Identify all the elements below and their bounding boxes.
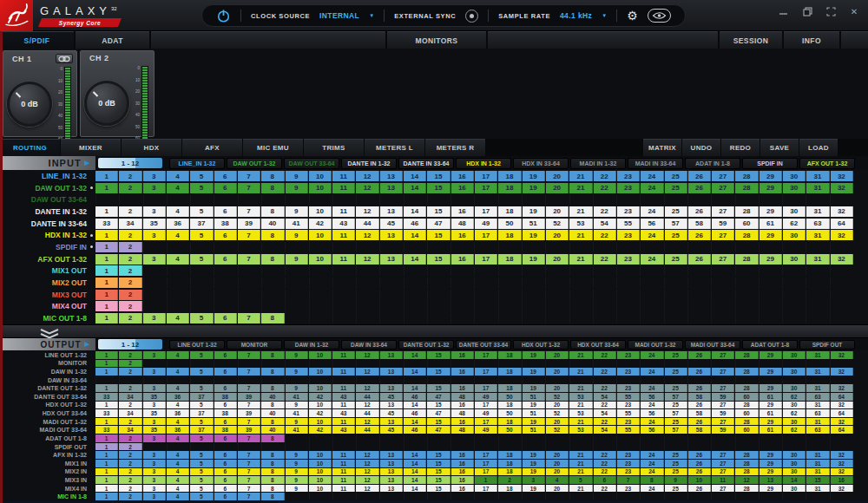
matrix-cell[interactable]: 54	[594, 426, 616, 434]
matrix-cell[interactable]: 47	[427, 426, 450, 434]
matrix-cell[interactable]: 15	[427, 254, 450, 265]
matrix-cell[interactable]: 26	[688, 351, 711, 359]
matrix-cell[interactable]: 52	[546, 219, 569, 229]
matrix-cell[interactable]: 3	[143, 460, 166, 467]
matrix-cell[interactable]: 5	[190, 418, 213, 426]
matrix-cell[interactable]: 29	[760, 183, 782, 193]
matrix-cell[interactable]: 13	[380, 485, 403, 493]
view-tab-routing[interactable]: ROUTING	[0, 139, 60, 156]
matrix-cell[interactable]: 58	[688, 409, 711, 417]
action-tab-undo[interactable]: UNDO	[682, 139, 720, 156]
matrix-cell[interactable]: 25	[665, 468, 687, 476]
column-button-spdif-in[interactable]: SPDIF IN	[742, 158, 798, 169]
matrix-cell[interactable]: 29	[760, 468, 782, 476]
matrix-cell[interactable]: 50	[498, 393, 521, 401]
matrix-cell[interactable]: 47	[427, 393, 450, 401]
matrix-cell[interactable]: 3	[143, 485, 166, 493]
column-button-adat-in-1-8[interactable]: ADAT IN 1-8	[685, 158, 740, 169]
matrix-cell[interactable]: 19	[523, 171, 545, 181]
matrix-cell[interactable]: 26	[688, 451, 711, 459]
matrix-cell[interactable]: 33	[95, 426, 118, 434]
matrix-cell[interactable]: 5	[190, 434, 213, 442]
column-button-madi-in-33-64[interactable]: MADI IN 33-64	[628, 158, 683, 169]
matrix-cell[interactable]: 23	[617, 368, 640, 376]
matrix-cell[interactable]: 61	[760, 219, 782, 229]
matrix-cell[interactable]: 3	[143, 313, 166, 323]
restore-button[interactable]	[802, 6, 812, 16]
matrix-cell[interactable]: 32	[831, 418, 853, 426]
matrix-cell[interactable]: 55	[617, 426, 640, 434]
column-button-madi-in-1-32[interactable]: MADI IN 1-32	[570, 158, 626, 169]
matrix-cell[interactable]: 12	[356, 230, 378, 240]
gain-knob[interactable]: 0 dB	[7, 82, 52, 127]
matrix-cell[interactable]: 31	[806, 460, 829, 467]
matrix-cell[interactable]: 23	[617, 402, 640, 409]
matrix-cell[interactable]: 13	[760, 476, 782, 484]
power-button[interactable]	[216, 9, 231, 23]
matrix-cell[interactable]: 32	[831, 402, 853, 409]
matrix-cell[interactable]: 13	[380, 368, 403, 376]
matrix-cell[interactable]: 10	[309, 171, 332, 181]
row-label-dante-in-1-32[interactable]: DANTE IN 1-32	[0, 207, 95, 216]
matrix-cell[interactable]: 5	[190, 313, 213, 323]
matrix-cell[interactable]: 16	[831, 476, 853, 484]
matrix-cell[interactable]: 8	[261, 434, 284, 442]
matrix-cell[interactable]: 58	[688, 426, 711, 434]
row-label-monitor[interactable]: MONITOR	[0, 360, 95, 366]
matrix-cell[interactable]: 54	[594, 219, 616, 229]
matrix-cell[interactable]: 6	[214, 313, 237, 323]
close-button[interactable]: ✕	[849, 6, 859, 16]
matrix-cell[interactable]: 15	[427, 418, 450, 426]
matrix-cell[interactable]: 1	[95, 313, 118, 323]
fullscreen-button[interactable]	[825, 6, 836, 16]
matrix-cell[interactable]: 6	[214, 434, 237, 442]
matrix-cell[interactable]: 31	[806, 230, 829, 240]
matrix-cell[interactable]: 31	[806, 254, 829, 265]
matrix-cell[interactable]: 2	[119, 434, 141, 442]
matrix-cell[interactable]: 27	[712, 254, 734, 265]
matrix-cell[interactable]: 32	[831, 254, 853, 265]
matrix-cell[interactable]: 18	[498, 384, 521, 392]
matrix-cell[interactable]: 21	[569, 183, 592, 193]
matrix-cell[interactable]: 2	[119, 443, 141, 451]
matrix-cell[interactable]: 19	[523, 384, 545, 392]
column-button-madi-out-33-64[interactable]: MADI OUT 33-64	[685, 340, 740, 349]
matrix-cell[interactable]: 10	[309, 460, 332, 467]
matrix-cell[interactable]: 8	[261, 460, 284, 467]
matrix-cell[interactable]: 3	[143, 384, 166, 392]
matrix-cell[interactable]: 15	[427, 468, 450, 476]
matrix-cell[interactable]: 18	[498, 254, 521, 265]
matrix-cell[interactable]: 4	[167, 460, 189, 467]
matrix-cell[interactable]: 5	[190, 485, 213, 493]
matrix-cell[interactable]: 29	[760, 206, 782, 217]
matrix-cell[interactable]: 17	[475, 351, 497, 359]
matrix-cell[interactable]: 17	[475, 384, 497, 392]
matrix-cell[interactable]: 29	[760, 460, 782, 467]
column-button-hdx-in-1-32[interactable]: HDX IN 1-32	[456, 158, 511, 169]
matrix-cell[interactable]: 18	[498, 402, 521, 409]
matrix-cell[interactable]: 14	[404, 418, 426, 426]
matrix-cell[interactable]: 44	[356, 393, 378, 401]
matrix-cell[interactable]: 19	[523, 468, 545, 476]
matrix-cell[interactable]: 13	[380, 468, 403, 476]
matrix-cell[interactable]: 20	[546, 171, 569, 181]
matrix-cell[interactable]: 22	[594, 451, 616, 459]
matrix-cell[interactable]: 32	[831, 468, 853, 476]
matrix-cell[interactable]: 30	[783, 485, 806, 493]
column-button-dante-out-1-32[interactable]: DANTE OUT 1-32	[398, 340, 454, 349]
matrix-cell[interactable]: 6	[214, 485, 237, 493]
matrix-cell[interactable]: 24	[641, 206, 663, 217]
matrix-cell[interactable]: 4	[167, 485, 189, 493]
matrix-cell[interactable]: 56	[641, 426, 663, 434]
matrix-cell[interactable]: 23	[617, 418, 640, 426]
matrix-cell[interactable]: 32	[831, 206, 853, 217]
matrix-cell[interactable]: 15	[427, 402, 450, 409]
matrix-cell[interactable]: 4	[167, 384, 189, 392]
row-label-dante-out-33-64[interactable]: DANTE OUT 33-64	[0, 394, 95, 400]
matrix-cell[interactable]: 5	[190, 254, 213, 265]
matrix-cell[interactable]: 12	[356, 418, 378, 426]
matrix-cell[interactable]: 15	[427, 368, 450, 376]
matrix-cell[interactable]: 41	[286, 426, 308, 434]
matrix-cell[interactable]: 58	[688, 219, 711, 229]
matrix-cell[interactable]: 2	[119, 493, 141, 500]
